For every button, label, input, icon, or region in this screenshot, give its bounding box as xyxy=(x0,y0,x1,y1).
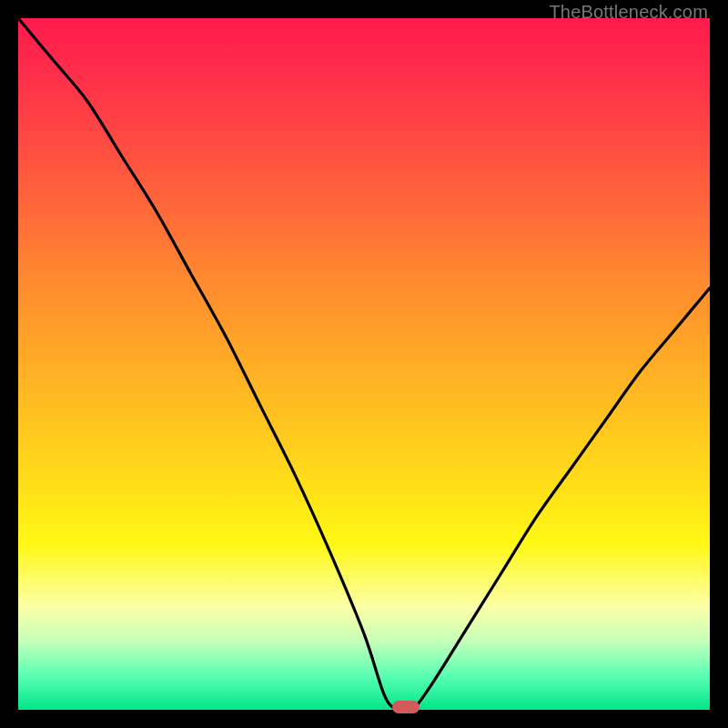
optimal-point-marker xyxy=(392,701,420,713)
bottleneck-curve xyxy=(18,18,710,710)
plot-area xyxy=(18,18,710,710)
chart-frame: TheBottleneck.com xyxy=(0,0,728,728)
watermark-text: TheBottleneck.com xyxy=(549,2,708,23)
